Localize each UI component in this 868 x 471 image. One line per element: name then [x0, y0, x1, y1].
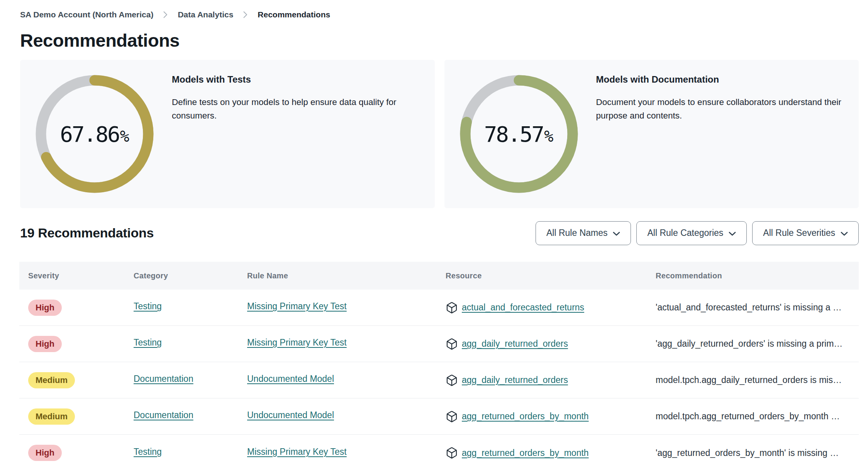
- rule-name-link[interactable]: Missing Primary Key Test: [247, 447, 347, 457]
- resource-link[interactable]: agg_daily_returned_orders: [462, 375, 568, 385]
- card-title-models-with-documentation: Models with Documentation: [596, 73, 845, 86]
- chevron-down-icon: [841, 228, 848, 238]
- filter-label: All Rule Severities: [763, 228, 835, 238]
- category-link[interactable]: Testing: [134, 301, 162, 312]
- list-header: 19 Recommendations All Rule Names All Ru…: [20, 221, 859, 245]
- page-title: Recommendations: [20, 29, 859, 52]
- column-header-recommendation: Recommendation: [656, 271, 853, 280]
- rule-name-link[interactable]: Undocumented Model: [247, 374, 334, 384]
- recommendation-text: 'agg_daily_returned_orders' is missing a…: [656, 339, 853, 349]
- column-header-rule-name: Rule Name: [247, 271, 446, 280]
- documentation-donut-chart: 78.57%: [459, 74, 579, 194]
- filter-label: All Rule Categories: [647, 228, 723, 238]
- recommendations-table: Severity Category Rule Name Resource Rec…: [19, 262, 859, 471]
- metric-card-models-with-documentation: 78.57% Models with Documentation Documen…: [444, 60, 859, 208]
- table-row: High Testing Missing Primary Key Test ag…: [19, 326, 859, 362]
- recommendation-text: model.tpch.agg_returned_orders_by_month …: [656, 411, 853, 422]
- resource-link[interactable]: agg_returned_orders_by_month: [462, 411, 589, 422]
- rule-name-link[interactable]: Missing Primary Key Test: [247, 301, 347, 312]
- rule-name-link[interactable]: Undocumented Model: [247, 410, 334, 420]
- table-row: High Testing Missing Primary Key Test ac…: [19, 290, 859, 326]
- table-row: Medium Documentation Undocumented Model …: [19, 398, 859, 435]
- resource-link[interactable]: actual_and_forecasted_returns: [462, 302, 584, 313]
- recommendation-text: 'actual_and_forecasted_returns' is missi…: [656, 302, 853, 313]
- chevron-right-icon: [243, 11, 248, 18]
- category-link[interactable]: Testing: [134, 337, 162, 348]
- recommendation-text: 'agg_returned_orders_by_month' is missin…: [656, 448, 853, 458]
- tests-donut-chart: 67.86%: [35, 74, 154, 194]
- breadcrumb-item-current: Recommendations: [258, 10, 330, 19]
- resource-link[interactable]: agg_returned_orders_by_month: [462, 448, 589, 458]
- card-description: Document your models to ensure collabora…: [596, 95, 845, 122]
- breadcrumb-item-account[interactable]: SA Demo Account (North America): [20, 10, 153, 19]
- cube-icon: [446, 410, 458, 423]
- recommendations-count-heading: 19 Recommendations: [20, 225, 154, 241]
- filter-bar: All Rule Names All Rule Categories All R…: [536, 221, 859, 245]
- metric-card-models-with-tests: 67.86% Models with Tests Define tests on…: [20, 60, 435, 208]
- severity-badge: Medium: [28, 372, 75, 388]
- cube-icon: [446, 374, 458, 386]
- card-title-models-with-tests: Models with Tests: [172, 73, 421, 86]
- recommendation-text: model.tpch.agg_daily_returned_orders is …: [656, 375, 853, 385]
- documentation-percentage: 78.57%: [459, 74, 579, 194]
- rule-name-link[interactable]: Missing Primary Key Test: [247, 337, 347, 348]
- tests-percentage: 67.86%: [35, 74, 154, 194]
- resource-link[interactable]: agg_daily_returned_orders: [462, 339, 568, 349]
- filter-rule-names-dropdown[interactable]: All Rule Names: [536, 221, 631, 245]
- severity-badge: High: [28, 300, 62, 316]
- severity-badge: Medium: [28, 408, 75, 425]
- filter-rule-severities-dropdown[interactable]: All Rule Severities: [752, 221, 859, 245]
- chevron-down-icon: [729, 228, 736, 238]
- table-row: High Testing Missing Primary Key Test ag…: [19, 435, 859, 471]
- table-header: Severity Category Rule Name Resource Rec…: [19, 262, 859, 290]
- recommendations-page: SA Demo Account (North America) Data Ana…: [0, 0, 868, 471]
- column-header-severity: Severity: [28, 271, 134, 280]
- breadcrumb-item-project[interactable]: Data Analytics: [178, 10, 233, 19]
- severity-badge: High: [28, 336, 62, 352]
- category-link[interactable]: Documentation: [134, 410, 193, 420]
- cube-icon: [446, 302, 458, 314]
- severity-badge: High: [28, 445, 62, 461]
- category-link[interactable]: Documentation: [134, 374, 193, 384]
- category-link[interactable]: Testing: [134, 447, 162, 457]
- column-header-resource: Resource: [446, 271, 656, 280]
- filter-label: All Rule Names: [546, 228, 608, 238]
- cube-icon: [446, 338, 458, 350]
- chevron-right-icon: [163, 11, 168, 18]
- table-row: Medium Documentation Undocumented Model …: [19, 362, 859, 398]
- chevron-down-icon: [613, 228, 620, 238]
- breadcrumb: SA Demo Account (North America) Data Ana…: [0, 0, 868, 20]
- filter-rule-categories-dropdown[interactable]: All Rule Categories: [636, 221, 747, 245]
- metric-cards: 67.86% Models with Tests Define tests on…: [20, 60, 859, 208]
- cube-icon: [446, 447, 458, 459]
- column-header-category: Category: [134, 271, 247, 280]
- card-description: Define tests on your models to help ensu…: [172, 95, 421, 122]
